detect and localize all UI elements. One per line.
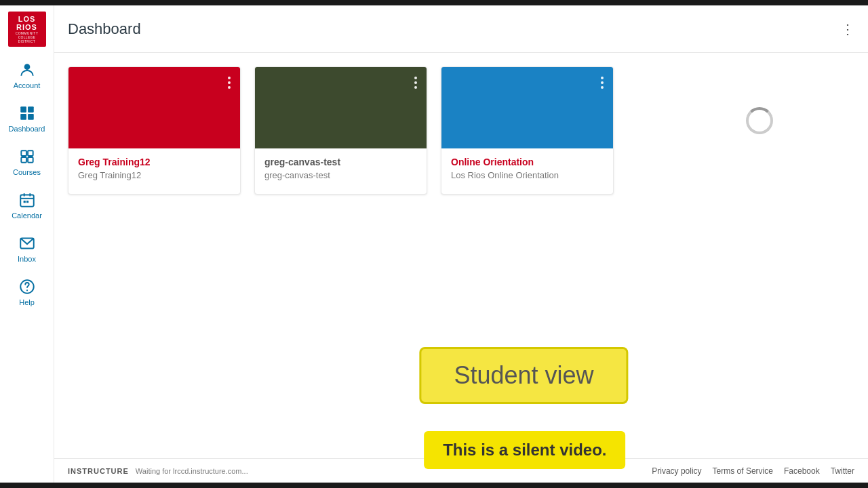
course-card-greg-training[interactable]: Greg Training12 Greg Training12 <box>68 66 241 195</box>
card-subtitle-greg-canvas: greg-canvas-test <box>264 170 417 180</box>
main-header: Dashboard ⋮ <box>54 5 868 53</box>
course-card-online-orientation[interactable]: Online Orientation Los Rios Online Orien… <box>441 66 614 195</box>
sidebar-item-calendar[interactable]: Calendar <box>0 183 54 226</box>
sidebar-item-courses[interactable]: Courses <box>0 140 54 183</box>
sidebar-item-inbox-label: Inbox <box>18 255 36 263</box>
svg-rect-6 <box>28 150 33 156</box>
sidebar-item-dashboard-label: Dashboard <box>9 125 45 133</box>
svg-rect-14 <box>26 201 28 203</box>
footer-link-facebook[interactable]: Facebook <box>784 466 820 476</box>
svg-rect-3 <box>20 114 26 120</box>
logo-los: LOS <box>18 15 36 23</box>
card-image-greg-canvas <box>255 67 427 148</box>
card-subtitle-greg-training: Greg Training12 <box>78 170 231 180</box>
svg-rect-8 <box>28 157 33 163</box>
card-image-online-orientation <box>441 67 613 148</box>
calendar-icon <box>17 190 37 210</box>
sidebar-item-inbox[interactable]: Inbox <box>0 226 54 270</box>
svg-rect-9 <box>20 195 34 206</box>
footer-link-tos[interactable]: Terms of Service <box>713 466 773 476</box>
dashboard-area: Greg Training12 Greg Training12 g <box>54 53 868 458</box>
footer-link-twitter[interactable]: Twitter <box>831 466 854 476</box>
logo-rios: RIOS <box>16 23 37 31</box>
student-view-banner: Student view <box>419 347 628 404</box>
sidebar-item-account[interactable]: Account <box>0 53 54 96</box>
card-menu-greg-training[interactable] <box>225 74 233 92</box>
sidebar-logo: LOS RIOS COMMUNITYCOLLEGEDISTRICT <box>0 5 54 53</box>
los-rios-logo: LOS RIOS COMMUNITYCOLLEGEDISTRICT <box>8 12 46 47</box>
sidebar: LOS RIOS COMMUNITYCOLLEGEDISTRICT Accoun… <box>0 5 54 483</box>
footer-link-privacy[interactable]: Privacy policy <box>652 466 701 476</box>
help-icon <box>17 277 37 297</box>
subtitle-text: This is a silent video. <box>443 441 606 459</box>
svg-rect-7 <box>21 157 26 163</box>
person-icon <box>17 60 37 80</box>
inbox-icon <box>17 233 37 253</box>
sidebar-item-help-label: Help <box>19 298 35 306</box>
card-title-greg-canvas[interactable]: greg-canvas-test <box>264 157 417 167</box>
main-content: Dashboard ⋮ <box>54 5 868 483</box>
card-subtitle-online-orientation: Los Rios Online Orientation <box>451 170 604 180</box>
page-title: Dashboard <box>68 20 141 38</box>
cards-row: Greg Training12 Greg Training12 g <box>68 66 854 195</box>
sidebar-item-calendar-label: Calendar <box>12 211 42 220</box>
svg-rect-13 <box>23 201 25 203</box>
sidebar-item-dashboard[interactable]: Dashboard <box>0 96 54 140</box>
sidebar-item-courses-label: Courses <box>13 168 41 176</box>
course-card-greg-canvas[interactable]: greg-canvas-test greg-canvas-test <box>254 66 427 195</box>
svg-rect-1 <box>20 106 26 113</box>
loading-spinner <box>746 107 773 134</box>
footer-left: INSTRUCTURE Waiting for lrccd.instructur… <box>68 467 248 475</box>
card-title-greg-training[interactable]: Greg Training12 <box>78 157 231 167</box>
footer-links: Privacy policy Terms of Service Facebook… <box>652 466 854 476</box>
footer-status: Waiting for lrccd.instructure.com... <box>136 467 248 475</box>
card-menu-greg-canvas[interactable] <box>412 74 420 92</box>
logo-sub: COMMUNITYCOLLEGEDISTRICT <box>16 31 39 43</box>
subtitle-toast: This is a silent video. <box>424 431 625 469</box>
dashboard-icon <box>17 103 37 123</box>
header-more-button[interactable]: ⋮ <box>841 21 854 37</box>
sidebar-item-account-label: Account <box>14 81 41 89</box>
sidebar-item-help[interactable]: Help <box>0 270 54 313</box>
more-dots-icon: ⋮ <box>841 21 854 37</box>
svg-point-0 <box>24 64 30 70</box>
student-view-label: Student view <box>454 361 593 389</box>
card-image-greg-training <box>68 67 240 148</box>
svg-rect-4 <box>28 114 34 120</box>
card-title-online-orientation[interactable]: Online Orientation <box>451 157 604 167</box>
svg-point-17 <box>26 289 27 291</box>
footer-logo: INSTRUCTURE <box>68 467 129 475</box>
card-body-greg-canvas: greg-canvas-test greg-canvas-test <box>255 148 427 194</box>
svg-rect-5 <box>21 150 26 156</box>
courses-icon <box>17 146 37 167</box>
card-body-online-orientation: Online Orientation Los Rios Online Orien… <box>441 148 613 194</box>
card-menu-online-orientation[interactable] <box>598 74 606 92</box>
svg-rect-2 <box>28 106 34 113</box>
card-body-greg-training: Greg Training12 Greg Training12 <box>68 148 240 194</box>
